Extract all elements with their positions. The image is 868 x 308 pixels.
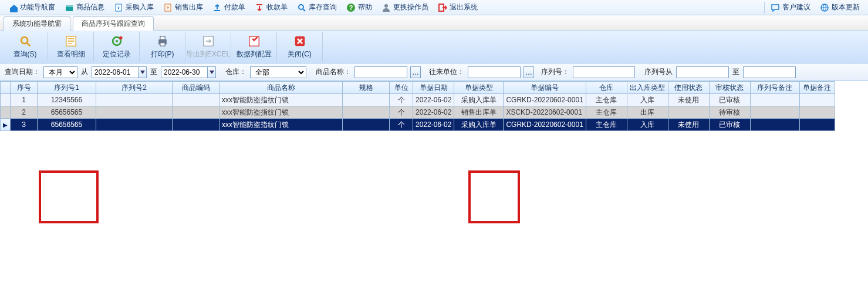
col-use[interactable]: 使用状态 <box>668 82 709 94</box>
cell-snremark[interactable] <box>750 94 799 106</box>
cell-serial2[interactable] <box>96 94 173 106</box>
cell-unit[interactable]: 个 <box>390 94 413 106</box>
col-name[interactable]: 商品名称 <box>219 82 343 94</box>
cell-spec[interactable] <box>343 119 390 131</box>
cell-serial1[interactable]: 65656565 <box>38 119 96 131</box>
cell-doctype[interactable]: 销售出库单 <box>454 106 504 119</box>
cell-date[interactable]: 2022-06-02 <box>413 106 454 119</box>
cell-wh[interactable]: 主仓库 <box>586 119 627 131</box>
col-serial1[interactable]: 序列号1 <box>38 82 96 94</box>
cell-iotype[interactable]: 出库 <box>627 106 668 119</box>
col-docno[interactable]: 单据编号 <box>504 82 586 94</box>
partner-input[interactable] <box>468 66 521 78</box>
col-snremark[interactable]: 序列号备注 <box>750 82 799 94</box>
product-input[interactable] <box>354 66 407 78</box>
col-doctype[interactable]: 单据类型 <box>454 82 504 94</box>
topmenu-down-doc[interactable]: 采购入库 <box>109 1 158 15</box>
cell-docno[interactable]: CGRKD-20220602-0001 <box>504 94 586 106</box>
topmenu-help[interactable]: ?帮助 <box>342 1 377 15</box>
tab-1[interactable]: 商品序列号跟踪查询 <box>73 16 154 31</box>
cell-docremark[interactable] <box>799 94 835 106</box>
cell-use[interactable]: 未使用 <box>668 94 709 106</box>
col-date[interactable]: 单据日期 <box>413 82 454 94</box>
cell-code[interactable] <box>173 106 219 119</box>
cell-audit[interactable]: 已审核 <box>709 119 750 131</box>
toolbar-columns[interactable]: 数据列配置 <box>231 32 277 62</box>
col-rownum[interactable]: 序号 <box>11 82 38 94</box>
cell-name[interactable]: xxx智能防盗指纹门锁 <box>219 106 343 119</box>
cell-snremark[interactable] <box>750 106 799 119</box>
date-to-input[interactable] <box>161 66 208 78</box>
cell-spec[interactable] <box>343 106 390 119</box>
cell-date[interactable]: 2022-06-02 <box>413 94 454 106</box>
cell-unit[interactable]: 个 <box>390 119 413 131</box>
cell-serial2[interactable] <box>96 119 173 131</box>
toolbar-locate[interactable]: 定位记录 <box>94 32 140 62</box>
date-to-dropdown[interactable] <box>208 66 216 78</box>
table-row[interactable]: ▶365656565xxx智能防盗指纹门锁个2022-06-02采购入库单CGR… <box>1 119 835 131</box>
date-from-input[interactable] <box>92 66 139 78</box>
cell-docno[interactable]: CGRKD-20220602-0001 <box>504 119 586 131</box>
cell-audit[interactable]: 已审核 <box>709 94 750 106</box>
cell-audit[interactable]: 待审核 <box>709 106 750 119</box>
col-code[interactable]: 商品编码 <box>173 82 219 94</box>
cell-doctype[interactable]: 采购入库单 <box>454 119 504 131</box>
cell-snremark[interactable] <box>750 119 799 131</box>
col-unit[interactable]: 单位 <box>390 82 413 94</box>
result-grid[interactable]: 序号序列号1序列号2商品编码商品名称规格单位单据日期单据类型单据编号仓库出入库类… <box>0 81 835 131</box>
serial-from-input[interactable] <box>676 66 729 78</box>
topmenu-search-blue[interactable]: 库存查询 <box>292 1 342 15</box>
cell-spec[interactable] <box>343 94 390 106</box>
table-row[interactable]: 112345566xxx智能防盗指纹门锁个2022-06-02采购入库单CGRK… <box>1 94 835 106</box>
row-selector[interactable] <box>1 106 11 119</box>
col-docremark[interactable]: 单据备注 <box>799 82 835 94</box>
cell-date[interactable]: 2022-06-02 <box>413 119 454 131</box>
cell-docno[interactable]: XSCKD-20220602-0001 <box>504 106 586 119</box>
topmenu-chat[interactable]: 客户建议 <box>766 1 815 15</box>
date-from-dropdown[interactable] <box>139 66 147 78</box>
cell-doctype[interactable]: 采购入库单 <box>454 94 504 106</box>
topmenu-pay-down[interactable]: 收款单 <box>250 1 292 15</box>
col-spec[interactable]: 规格 <box>343 82 390 94</box>
cell-use[interactable]: 未使用 <box>668 119 709 131</box>
cell-name[interactable]: xxx智能防盗指纹门锁 <box>219 94 343 106</box>
toolbar-printer[interactable]: 打印(P) <box>140 32 185 62</box>
cell-use[interactable] <box>668 106 709 119</box>
cell-unit[interactable]: 个 <box>390 106 413 119</box>
topmenu-home[interactable]: 功能导航窗 <box>4 1 60 15</box>
cell-docremark[interactable] <box>799 106 835 119</box>
period-select[interactable]: 本月 <box>43 66 77 78</box>
table-row[interactable]: 265656565xxx智能防盗指纹门锁个2022-06-02销售出库单XSCK… <box>1 106 835 119</box>
serial-input[interactable] <box>573 66 635 78</box>
tab-0[interactable]: 系统功能导航窗 <box>4 16 70 31</box>
partner-lookup-button[interactable]: … <box>523 66 534 78</box>
cell-serial1[interactable]: 12345566 <box>38 94 96 106</box>
col-wh[interactable]: 仓库 <box>586 82 627 94</box>
toolbar-close[interactable]: 关闭(C) <box>277 32 323 62</box>
cell-rownum[interactable]: 3 <box>11 119 38 131</box>
cell-serial1[interactable]: 65656565 <box>38 106 96 119</box>
topmenu-exit[interactable]: 退出系统 <box>433 1 482 15</box>
cell-code[interactable] <box>173 94 219 106</box>
product-lookup-button[interactable]: … <box>410 66 421 78</box>
topmenu-up-doc[interactable]: 销售出库 <box>158 1 208 15</box>
cell-rownum[interactable]: 1 <box>11 94 38 106</box>
topmenu-box[interactable]: 商品信息 <box>60 1 109 15</box>
cell-docremark[interactable] <box>799 119 835 131</box>
toolbar-detail[interactable]: 查看明细 <box>48 32 94 62</box>
row-selector[interactable]: ▶ <box>1 119 11 131</box>
cell-iotype[interactable]: 入库 <box>627 94 668 106</box>
warehouse-select[interactable]: 全部 <box>250 66 306 78</box>
cell-wh[interactable]: 主仓库 <box>586 106 627 119</box>
cell-name[interactable]: xxx智能防盗指纹门锁 <box>219 119 343 131</box>
topmenu-globe[interactable]: 版本更新 <box>815 1 864 15</box>
cell-serial2[interactable] <box>96 106 173 119</box>
serial-to-input[interactable] <box>743 66 796 78</box>
row-selector[interactable] <box>1 94 11 106</box>
cell-code[interactable] <box>173 119 219 131</box>
col-audit[interactable]: 审核状态 <box>709 82 750 94</box>
cell-rownum[interactable]: 2 <box>11 106 38 119</box>
col-iotype[interactable]: 出入库类型 <box>627 82 668 94</box>
topmenu-user[interactable]: 更换操作员 <box>377 1 433 15</box>
topmenu-pay-up[interactable]: 付款单 <box>208 1 250 15</box>
